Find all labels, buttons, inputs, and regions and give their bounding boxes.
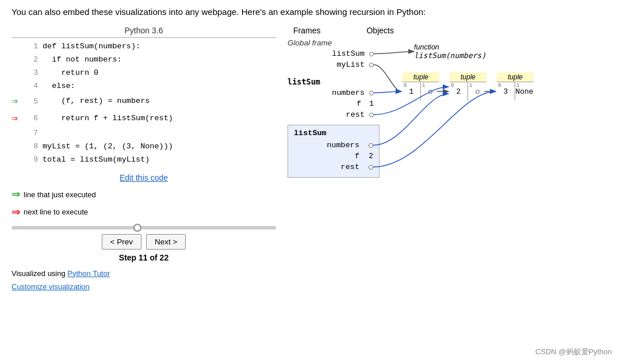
legend-red-label: next line to execute <box>24 206 88 219</box>
next-button[interactable]: Next > <box>146 234 186 250</box>
line-num-5: 5 <box>25 96 38 108</box>
frame1-f-value: 1 <box>369 99 374 108</box>
frame2-numbers-dot <box>369 143 373 148</box>
line-num-6: 6 <box>25 113 38 124</box>
slider-container <box>12 226 276 229</box>
code-text-2: if not numbers: <box>43 54 122 66</box>
frame2-rest-dot <box>369 165 373 170</box>
objects-label: Objects <box>366 26 393 35</box>
main-container: Python 3.6 1 def listSum(numbers): 2 if … <box>12 26 610 293</box>
frame2-f-name: f <box>355 152 359 160</box>
frame-name-listsum: listSum <box>332 49 365 58</box>
slider-thumb[interactable] <box>133 224 141 232</box>
arrow-6: ⇒ <box>12 111 25 127</box>
tuple-1-header: tuple <box>402 72 439 82</box>
code-text-5: (f, rest) = numbers <box>43 95 150 108</box>
tuple-1-cells: 01 1 <box>402 82 439 101</box>
global-frame-section: Global frame listSum myList <box>288 39 379 69</box>
code-line-6: ⇒ 6 return f + listSum(rest) <box>12 110 276 128</box>
footer-links: Visualized using Python Tutor Customize … <box>12 267 276 294</box>
tuple-3-cells: 03 1None <box>497 82 534 101</box>
frame-dot-listsum <box>369 52 374 56</box>
code-line-4: 4 else: <box>12 80 276 93</box>
tuple-2-cells: 02 1 <box>450 82 486 101</box>
nav-buttons: < Prev Next > <box>12 234 276 250</box>
tuple-3-header: tuple <box>497 72 534 82</box>
frame1-rest-dot <box>369 113 374 117</box>
red-arrow-icon: ⇒ <box>12 111 18 127</box>
line-num-1: 1 <box>25 41 38 52</box>
code-text-9: total = listSum(myList) <box>43 154 150 166</box>
code-text-3: return 0 <box>43 67 98 79</box>
frame1-f-name: f <box>356 99 361 108</box>
frame1-f-row: f 1 <box>288 99 379 108</box>
code-text-6: return f + listSum(rest) <box>43 113 173 125</box>
frame1-rest-row: rest <box>288 110 379 119</box>
step-label: Step 11 of 22 <box>12 253 276 262</box>
python-version-label: Python 3.6 <box>12 26 276 35</box>
tuples-row: tuple 01 1 tuple <box>402 72 610 101</box>
tuple-1-dot <box>428 90 432 94</box>
frame2-rest-row: rest <box>294 163 373 171</box>
line-num-4: 4 <box>25 81 38 92</box>
code-line-5: ⇒ 5 (f, rest) = numbers <box>12 93 276 110</box>
legend-red-arrow-icon: ⇒ <box>12 204 20 221</box>
listsum-frame2: listSum numbers f 2 rest <box>288 125 379 178</box>
edit-link[interactable]: Edit this code <box>120 173 168 182</box>
tuple-2-dot <box>476 90 480 94</box>
code-line-2: 2 if not numbers: <box>12 53 276 67</box>
frame1-numbers-dot <box>369 91 374 95</box>
code-text-8: myList = (1, (2, (3, None))) <box>43 141 173 153</box>
code-text-1: def listSum(numbers): <box>43 41 140 53</box>
python-tutor-link[interactable]: Python Tutor <box>67 269 110 278</box>
frame2-numbers-row: numbers <box>294 141 373 150</box>
left-panel: Python 3.6 1 def listSum(numbers): 2 if … <box>12 26 276 293</box>
arrow-5: ⇒ <box>12 94 25 110</box>
tuple-1-cell-1: 1 <box>421 82 439 101</box>
tuple-1-cell-0: 01 <box>402 82 421 101</box>
code-line-8: 8 myList = (1, (2, (3, None))) <box>12 140 276 154</box>
line-num-8: 8 <box>25 141 38 152</box>
frame-name-mylist: myList <box>336 60 365 69</box>
code-line-1: 1 def listSum(numbers): <box>12 40 276 53</box>
frame1-numbers-row: numbers <box>288 89 379 97</box>
tuple-1: tuple 01 1 <box>402 72 439 101</box>
prev-button[interactable]: < Prev <box>102 234 141 250</box>
line-num-2: 2 <box>25 54 38 66</box>
tuple-2: tuple 02 1 <box>450 72 486 101</box>
function-obj: function listSum(numbers) <box>414 43 610 60</box>
tuple-3-cell-1: 1None <box>515 82 534 101</box>
listsum-frame1-title: listSum <box>288 77 379 86</box>
slider-track <box>12 226 276 229</box>
code-line-7: 7 <box>12 127 276 140</box>
code-line-9: 9 total = listSum(myList) <box>12 154 276 167</box>
code-block: 1 def listSum(numbers): 2 if not numbers… <box>12 38 276 168</box>
frame2-numbers-name: numbers <box>327 141 359 150</box>
header-text: You can also embed these visualizations … <box>12 6 610 18</box>
frame2-f-row: f 2 <box>294 152 373 160</box>
legend-green-label: line that just executed <box>24 189 96 201</box>
footer-visualized: Visualized using Python Tutor <box>12 267 276 280</box>
green-arrow-icon: ⇒ <box>12 94 18 110</box>
frame2-f-value: 2 <box>369 152 373 160</box>
code-line-3: 3 return 0 <box>12 67 276 80</box>
tuple-3-cell-0: 03 <box>497 82 515 101</box>
frames-label: Frames <box>293 26 320 35</box>
frame2-rest-name: rest <box>341 163 359 171</box>
footer-customize: Customize visualization <box>12 280 276 293</box>
frame-row-listsum: listSum <box>288 49 379 58</box>
line-num-3: 3 <box>25 67 38 79</box>
footer-prefix: Visualized using <box>12 269 67 278</box>
frame-dot-mylist <box>369 63 374 67</box>
customize-link[interactable]: Customize visualization <box>12 282 90 291</box>
right-panel: Frames Objects Global frame listSum myLi… <box>288 26 610 267</box>
legend-green: ⇒ line that just executed <box>12 186 276 204</box>
legend-red: ⇒ next line to execute <box>12 204 276 221</box>
legend: ⇒ line that just executed ⇒ next line to… <box>12 186 276 221</box>
frame1-rest-name: rest <box>346 110 365 119</box>
tuple-2-header: tuple <box>450 72 486 82</box>
listsum-frame1: listSum numbers f 1 rest <box>288 77 379 119</box>
frames-col: Global frame listSum myList listSum numb… <box>288 39 379 178</box>
global-frame-label: Global frame <box>288 39 379 47</box>
listsum-frame2-title: listSum <box>294 129 373 137</box>
